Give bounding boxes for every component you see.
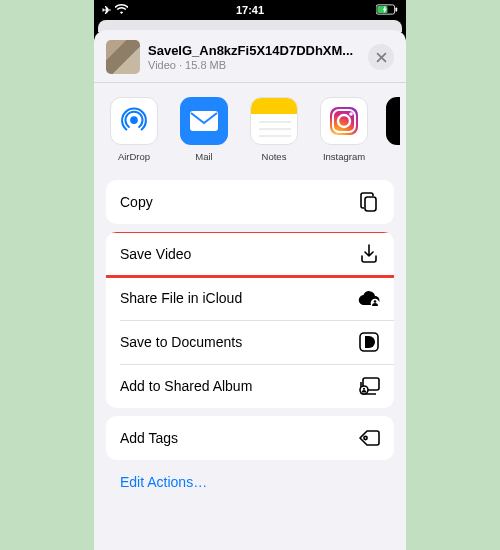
icloud-share-icon: [358, 287, 380, 309]
share-app-label: Mail: [195, 151, 212, 162]
mail-icon: [180, 97, 228, 145]
share-app-more[interactable]: [386, 97, 400, 162]
file-meta: Video · 15.8 MB: [148, 59, 360, 71]
svg-point-19: [364, 436, 367, 439]
svg-rect-2: [395, 7, 397, 11]
action-save-documents[interactable]: Save to Documents: [106, 320, 394, 364]
action-add-tags[interactable]: Add Tags: [106, 416, 394, 460]
share-app-mail[interactable]: Mail: [176, 97, 232, 162]
file-info: SaveIG_An8kzFi5X14D7DDhXM... Video · 15.…: [148, 43, 360, 71]
close-button[interactable]: [368, 44, 394, 70]
tag-icon: [358, 427, 380, 449]
status-bar: ✈︎ 17:41: [94, 0, 406, 20]
share-app-notes[interactable]: Notes: [246, 97, 302, 162]
share-app-instagram[interactable]: Instagram: [316, 97, 372, 162]
close-icon: [376, 52, 387, 63]
documents-app-icon: [358, 331, 380, 353]
svg-point-17: [360, 386, 368, 394]
share-app-label: Notes: [262, 151, 287, 162]
action-label: Save Video: [120, 246, 191, 262]
download-icon: [358, 243, 380, 265]
action-copy[interactable]: Copy: [106, 180, 394, 224]
file-thumbnail: [106, 40, 140, 74]
app-icon-peek: [386, 97, 400, 145]
edit-actions-link[interactable]: Edit Actions…: [106, 468, 394, 502]
share-app-airdrop[interactable]: AirDrop: [106, 97, 162, 162]
action-label: Share File in iCloud: [120, 290, 242, 306]
action-label: Copy: [120, 194, 153, 210]
file-name: SaveIG_An8kzFi5X14D7DDhXM...: [148, 43, 360, 58]
share-sheet: SaveIG_An8kzFi5X14D7DDhXM... Video · 15.…: [94, 30, 406, 550]
copy-icon: [358, 191, 380, 213]
svg-rect-4: [190, 111, 218, 131]
instagram-icon: [320, 97, 368, 145]
airplane-icon: ✈︎: [102, 4, 111, 17]
wifi-icon: [115, 4, 128, 16]
airdrop-icon: [110, 97, 158, 145]
svg-point-10: [349, 112, 353, 116]
svg-point-18: [363, 388, 365, 390]
share-app-label: AirDrop: [118, 151, 150, 162]
actions-list: Copy Save Video Sh: [94, 172, 406, 502]
svg-point-14: [374, 300, 377, 303]
action-share-icloud[interactable]: Share File in iCloud: [106, 276, 394, 320]
share-apps-row[interactable]: AirDrop Mail Notes: [94, 83, 406, 172]
phone-frame: ✈︎ 17:41 SaveIG_An8kzFi5X14D7DDhXM... Vi…: [94, 0, 406, 550]
notes-icon: [250, 97, 298, 145]
battery-icon: [376, 4, 398, 17]
shared-album-icon: [358, 375, 380, 397]
action-label: Add to Shared Album: [120, 378, 252, 394]
action-label: Save to Documents: [120, 334, 242, 350]
action-label: Add Tags: [120, 430, 178, 446]
edit-actions-label: Edit Actions…: [120, 474, 207, 490]
svg-point-3: [130, 116, 138, 124]
status-time: 17:41: [236, 4, 264, 16]
share-app-label: Instagram: [323, 151, 365, 162]
svg-rect-12: [365, 197, 376, 211]
action-shared-album[interactable]: Add to Shared Album: [106, 364, 394, 408]
action-save-video[interactable]: Save Video: [106, 232, 394, 276]
sheet-header: SaveIG_An8kzFi5X14D7DDhXM... Video · 15.…: [94, 30, 406, 82]
